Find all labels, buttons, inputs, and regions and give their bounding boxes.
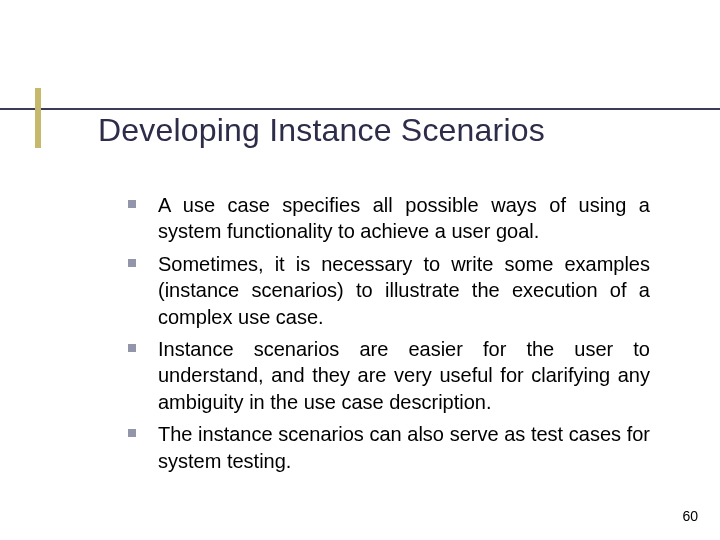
- slide: Developing Instance Scenarios A use case…: [0, 0, 720, 540]
- title-underline: [0, 108, 720, 110]
- bullet-text: The instance scenarios can also serve as…: [158, 421, 650, 474]
- bullet-text: A use case specifies all possible ways o…: [158, 192, 650, 245]
- list-item: Sometimes, it is necessary to write some…: [128, 251, 650, 330]
- square-bullet-icon: [128, 259, 136, 267]
- page-number: 60: [682, 508, 698, 524]
- list-item: The instance scenarios can also serve as…: [128, 421, 650, 474]
- list-item: A use case specifies all possible ways o…: [128, 192, 650, 245]
- title-accent-bar: [35, 88, 41, 148]
- slide-title: Developing Instance Scenarios: [98, 112, 545, 149]
- square-bullet-icon: [128, 200, 136, 208]
- title-area: [0, 108, 720, 110]
- list-item: Instance scenarios are easier for the us…: [128, 336, 650, 415]
- slide-body: A use case specifies all possible ways o…: [128, 192, 650, 480]
- bullet-list: A use case specifies all possible ways o…: [128, 192, 650, 474]
- square-bullet-icon: [128, 429, 136, 437]
- square-bullet-icon: [128, 344, 136, 352]
- bullet-text: Instance scenarios are easier for the us…: [158, 336, 650, 415]
- bullet-text: Sometimes, it is necessary to write some…: [158, 251, 650, 330]
